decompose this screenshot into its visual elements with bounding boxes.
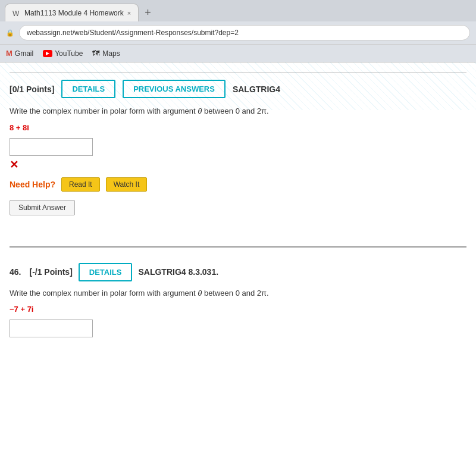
tab-bar: W Math1113 Module 4 Homework × + (0, 0, 476, 21)
gmail-label: Gmail (15, 49, 33, 58)
bookmarks-bar: M Gmail ▶ YouTube 🗺 Maps (0, 44, 476, 62)
page-content: [0/1 Points] DETAILS PREVIOUS ANSWERS SA… (0, 62, 476, 476)
previous-answers-button[interactable]: PREVIOUS ANSWERS (123, 80, 226, 98)
points-badge-45: [0/1 Points] (10, 84, 54, 94)
need-help-label: Need Help? (10, 180, 55, 189)
points-badge-46: [-/1 Points] (29, 267, 72, 277)
answer-input-46[interactable] (10, 320, 93, 337)
details-button-46[interactable]: DETAILS (79, 263, 133, 281)
theta-symbol: θ (198, 107, 202, 115)
complex-number-45: 8 + 8i (10, 123, 466, 132)
lock-icon: 🔒 (6, 29, 14, 37)
submit-answer-button[interactable]: Submit Answer (10, 200, 75, 215)
question-text-45: Write the complex number in polar form w… (10, 105, 466, 117)
question-number-46: 46. (10, 267, 21, 277)
tab-favicon: W (12, 9, 21, 17)
bookmark-maps[interactable]: 🗺 Maps (92, 49, 120, 58)
pi-symbol-46: π (261, 289, 267, 298)
youtube-icon: ▶ (43, 50, 52, 57)
question-46-header: 46. [-/1 Points] DETAILS SALGTRIG4 8.3.0… (10, 263, 466, 281)
tab-close-button[interactable]: × (127, 10, 131, 17)
question-ref-45: SALGTRIG4 (233, 84, 280, 94)
address-input[interactable]: webassign.net/web/Student/Assignment-Res… (19, 25, 470, 40)
url-text: webassign.net/web/Student/Assignment-Res… (27, 29, 239, 37)
theta-symbol-46: θ (198, 289, 202, 298)
details-button-45[interactable]: DETAILS (61, 80, 115, 98)
maps-icon: 🗺 (92, 49, 100, 58)
bookmark-youtube[interactable]: ▶ YouTube (43, 49, 83, 58)
question-ref-46: SALGTRIG4 8.3.031. (138, 267, 218, 277)
new-tab-button[interactable]: + (139, 4, 157, 21)
svg-text:W: W (12, 10, 20, 17)
address-bar: 🔒 webassign.net/web/Student/Assignment-R… (0, 21, 476, 44)
bookmark-gmail[interactable]: M Gmail (6, 49, 33, 58)
gmail-icon: M (6, 49, 12, 58)
wrong-mark-45: ✕ (10, 158, 466, 171)
read-it-button[interactable]: Read It (61, 177, 100, 192)
question-46-section: 46. [-/1 Points] DETAILS SALGTRIG4 8.3.0… (10, 256, 466, 345)
youtube-label: YouTube (55, 49, 83, 58)
watch-it-button[interactable]: Watch It (106, 177, 148, 192)
browser-chrome: W Math1113 Module 4 Homework × + 🔒 webas… (0, 0, 476, 62)
tab-title: Math1113 Module 4 Homework (24, 9, 124, 17)
need-help-section: Need Help? Read It Watch It (10, 177, 466, 192)
maps-label: Maps (102, 49, 120, 58)
active-tab[interactable]: W Math1113 Module 4 Homework × (5, 4, 139, 21)
question-45-section: [0/1 Points] DETAILS PREVIOUS ANSWERS SA… (10, 72, 466, 234)
answer-input-45[interactable] (10, 138, 93, 156)
section-divider (10, 246, 466, 248)
question-45-header: [0/1 Points] DETAILS PREVIOUS ANSWERS SA… (10, 80, 466, 98)
question-text-46: Write the complex number in polar form w… (10, 287, 466, 299)
complex-number-46: −7 + 7i (10, 305, 466, 314)
pi-symbol: π (261, 107, 267, 115)
